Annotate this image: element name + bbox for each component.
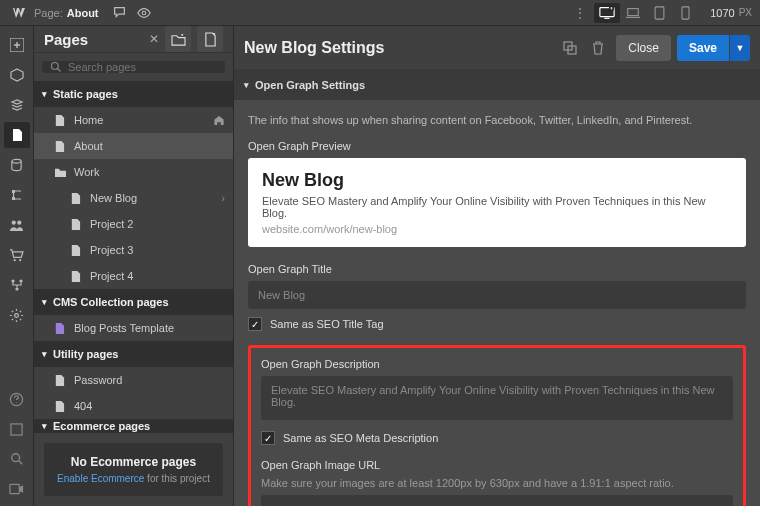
webflow-logo-icon[interactable] [8, 2, 30, 24]
device-laptop-icon[interactable] [620, 3, 646, 23]
page-name[interactable]: About [67, 7, 99, 19]
svg-rect-19 [11, 423, 22, 434]
svg-rect-5 [682, 6, 689, 18]
page-item[interactable]: About [34, 133, 233, 159]
breakpoint-width[interactable]: 1070 [710, 7, 734, 19]
svg-point-22 [52, 63, 59, 70]
page-item[interactable]: 404 [34, 393, 233, 419]
home-icon [213, 115, 225, 126]
page-icon [54, 400, 68, 413]
folder-icon [54, 167, 68, 178]
preview-desc: Elevate SEO Mastery and Amplify Your Onl… [262, 195, 732, 219]
rail-box-icon[interactable] [4, 62, 30, 88]
og-image-hint: Make sure your images are at least 1200p… [261, 477, 733, 489]
save-button[interactable]: Save [677, 35, 729, 61]
rail-users-icon[interactable] [4, 212, 30, 238]
rail-layers-icon[interactable] [4, 92, 30, 118]
rail-logic-icon[interactable] [4, 272, 30, 298]
page-label: Project 4 [90, 270, 133, 282]
page-label: Work [74, 166, 99, 178]
svg-point-11 [17, 220, 21, 224]
svg-point-10 [12, 220, 16, 224]
og-desc-label: Open Graph Description [261, 358, 733, 370]
copy-icon[interactable] [558, 36, 582, 60]
og-image-input[interactable] [261, 495, 733, 506]
page-item[interactable]: Home [34, 107, 233, 133]
device-tablet-icon[interactable] [646, 3, 672, 23]
svg-rect-21 [10, 484, 19, 493]
svg-point-14 [11, 279, 14, 282]
page-item[interactable]: Project 3 [34, 237, 233, 263]
svg-point-16 [15, 287, 18, 290]
preview-icon[interactable] [133, 2, 155, 24]
rail-help-icon[interactable] [4, 386, 30, 412]
search-pages[interactable] [42, 61, 225, 73]
rail-database-icon[interactable] [4, 152, 30, 178]
same-desc-checkbox[interactable]: ✓Same as SEO Meta Description [261, 431, 733, 445]
page-label: New Blog [90, 192, 137, 204]
device-mobile-icon[interactable] [672, 3, 698, 23]
page-icon [70, 218, 84, 231]
rail-cart-icon[interactable] [4, 242, 30, 268]
rail-pages-icon[interactable] [4, 122, 30, 148]
og-section-header[interactable]: ▾Open Graph Settings [234, 70, 760, 100]
svg-point-13 [19, 259, 21, 261]
svg-point-0 [142, 11, 146, 15]
delete-icon[interactable] [586, 36, 610, 60]
top-bar: Page: About ⋮ 1070 PX [0, 0, 760, 26]
page-item[interactable]: Password [34, 367, 233, 393]
rail-search-icon[interactable] [4, 446, 30, 472]
cms-pages-header[interactable]: ▾CMS Collection pages [34, 289, 233, 315]
svg-rect-8 [12, 190, 15, 193]
svg-point-17 [15, 313, 19, 317]
page-label: 404 [74, 400, 92, 412]
og-image-label: Open Graph Image URL [261, 459, 733, 471]
new-page-button[interactable] [197, 26, 223, 52]
ecommerce-empty: No Ecommerce pages Enable Ecommerce for … [44, 443, 223, 496]
og-title-input[interactable] [248, 281, 746, 309]
page-item[interactable]: New Blog› [34, 185, 233, 211]
rail-add-icon[interactable] [4, 32, 30, 58]
page-label: Page: [34, 7, 63, 19]
page-label: Password [74, 374, 122, 386]
page-label: Home [74, 114, 103, 126]
page-icon [70, 270, 84, 283]
og-title-label: Open Graph Title [248, 263, 746, 275]
page-item[interactable]: Project 2 [34, 211, 233, 237]
close-panel-icon[interactable]: ✕ [149, 32, 159, 46]
rail-settings-icon[interactable] [4, 302, 30, 328]
same-title-checkbox[interactable]: ✓Same as SEO Title Tag [248, 317, 746, 331]
page-item[interactable]: Project 4 [34, 263, 233, 289]
og-info: The info that shows up when sharing cont… [248, 114, 746, 126]
device-desktop-icon[interactable] [594, 3, 620, 23]
utility-pages-header[interactable]: ▾Utility pages [34, 341, 233, 367]
search-input[interactable] [68, 61, 217, 73]
preview-title: New Blog [262, 170, 732, 191]
ecommerce-pages-header[interactable]: ▾Ecommerce pages [34, 419, 233, 433]
page-item[interactable]: Blog Posts Template [34, 315, 233, 341]
page-item[interactable]: Work [34, 159, 233, 185]
save-dropdown-icon[interactable]: ▼ [730, 35, 750, 61]
enable-ecommerce-link[interactable]: Enable Ecommerce [57, 473, 144, 484]
preview-url: website.com/work/new-blog [262, 223, 732, 235]
svg-point-12 [14, 259, 16, 261]
page-label: Project 2 [90, 218, 133, 230]
og-preview: New Blog Elevate SEO Mastery and Amplify… [248, 158, 746, 247]
og-preview-label: Open Graph Preview [248, 140, 746, 152]
more-icon[interactable]: ⋮ [574, 6, 586, 20]
static-pages-header[interactable]: ▾Static pages [34, 81, 233, 107]
rail-navigator-icon[interactable] [4, 182, 30, 208]
og-desc-input[interactable] [261, 376, 733, 420]
new-folder-button[interactable] [165, 26, 191, 52]
page-icon [70, 192, 84, 205]
rail-audit-icon[interactable] [4, 416, 30, 442]
svg-point-20 [11, 454, 19, 462]
rail-video-icon[interactable] [4, 476, 30, 502]
highlighted-region: Open Graph Description ✓Same as SEO Meta… [248, 345, 746, 506]
pages-title: Pages [44, 31, 143, 48]
close-button[interactable]: Close [616, 35, 671, 61]
settings-panel: New Blog Settings Close Save ▼ ▾Open Gra… [234, 26, 760, 506]
comment-icon[interactable] [109, 2, 131, 24]
ecom-empty-title: No Ecommerce pages [52, 455, 215, 469]
svg-rect-9 [12, 197, 15, 200]
